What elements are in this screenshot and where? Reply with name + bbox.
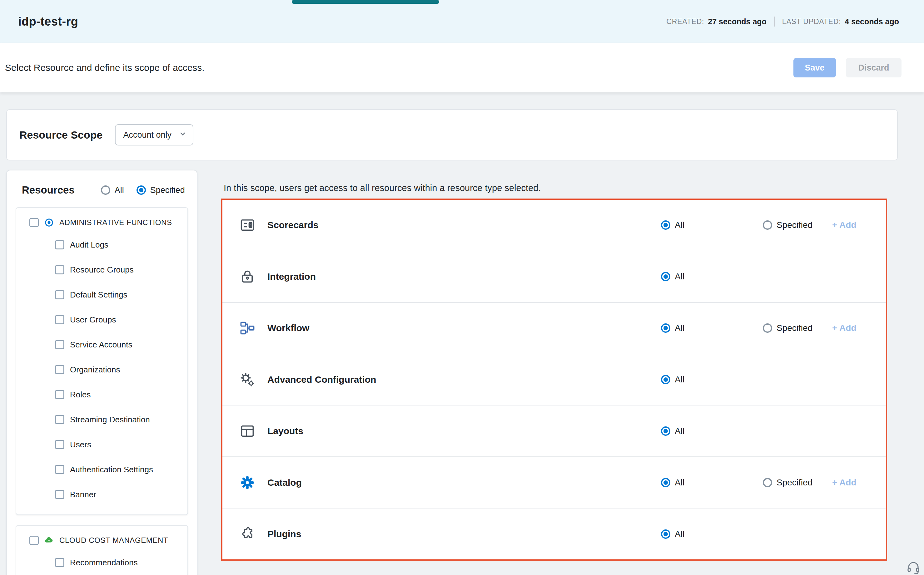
plugins-icon: [239, 526, 255, 542]
header-meta: CREATED: 27 seconds ago LAST UPDATED: 4 …: [666, 17, 899, 27]
created-value: 27 seconds ago: [708, 17, 766, 26]
item-checkbox[interactable]: [55, 558, 64, 567]
resource-item[interactable]: Resource Groups: [16, 257, 187, 282]
resource-item[interactable]: Roles: [16, 382, 187, 407]
item-checkbox[interactable]: [55, 265, 64, 275]
resource-type-row: Integration All: [222, 251, 886, 303]
created-label: CREATED:: [666, 17, 704, 26]
resources-panel: Resources All Specified ADMINISTRATIVE F…: [6, 170, 198, 575]
add-button[interactable]: + Add: [832, 220, 857, 230]
all-option[interactable]: All: [661, 272, 684, 281]
item-label: Users: [70, 440, 91, 450]
scope-description: In this scope, users get access to all r…: [224, 183, 541, 193]
specified-option[interactable]: Specified: [763, 323, 812, 333]
all-option[interactable]: All: [661, 426, 684, 436]
admin-functions-icon: [45, 218, 54, 227]
resource-scope-selected: Account only: [123, 130, 172, 140]
item-label: Organizations: [70, 365, 120, 375]
support-icon[interactable]: [906, 560, 921, 575]
specified-radio[interactable]: [763, 478, 772, 487]
resource-item[interactable]: Organizations: [16, 357, 187, 382]
resource-item[interactable]: Authentication Settings: [16, 457, 187, 482]
resources-specified-option[interactable]: Specified: [137, 186, 185, 195]
resource-group-header[interactable]: CLOUD COST MANAGEMENT: [16, 533, 187, 550]
all-radio[interactable]: [661, 375, 670, 384]
all-radio[interactable]: [661, 221, 670, 230]
item-checkbox[interactable]: [55, 315, 64, 324]
group-checkbox[interactable]: [29, 536, 39, 545]
specified-radio[interactable]: [763, 221, 772, 230]
page-title: idp-test-rg: [18, 15, 78, 29]
all-radio[interactable]: [661, 478, 670, 487]
resource-type-list: Scorecards All Specified + Add Integrati…: [221, 199, 887, 561]
specified-label: Specified: [777, 220, 812, 230]
all-option[interactable]: All: [661, 220, 684, 230]
resource-type-row: Workflow All Specified + Add: [222, 303, 886, 354]
resource-item[interactable]: Banner: [16, 482, 187, 507]
item-label: Roles: [70, 390, 91, 400]
resources-specified-radio[interactable]: [137, 186, 146, 195]
resource-item[interactable]: Default Settings: [16, 282, 187, 307]
cloud-cost-icon: [45, 536, 54, 545]
resource-item[interactable]: Users: [16, 432, 187, 457]
resource-group: ADMINISTRATIVE FUNCTIONS Audit Logs Reso…: [16, 207, 188, 515]
item-label: Recommendations: [70, 558, 138, 567]
all-label: All: [675, 426, 684, 436]
add-button[interactable]: + Add: [832, 478, 857, 488]
group-label: ADMINISTRATIVE FUNCTIONS: [59, 218, 172, 227]
layouts-icon: [239, 423, 255, 439]
item-checkbox[interactable]: [55, 490, 64, 499]
all-option[interactable]: All: [661, 323, 684, 333]
add-button[interactable]: + Add: [832, 323, 857, 333]
group-items: Recommendations: [16, 550, 187, 575]
all-radio[interactable]: [661, 323, 670, 333]
resource-item[interactable]: User Groups: [16, 307, 187, 332]
resource-scope-label: Resource Scope: [19, 129, 102, 141]
resource-type-name: Plugins: [268, 529, 301, 539]
specified-option[interactable]: Specified: [763, 478, 812, 488]
resource-item[interactable]: Recommendations: [16, 550, 187, 575]
item-checkbox[interactable]: [55, 465, 64, 474]
item-checkbox[interactable]: [55, 290, 64, 299]
resources-panel-header: Resources All Specified: [16, 182, 188, 207]
save-button[interactable]: Save: [793, 58, 836, 78]
all-option[interactable]: All: [661, 478, 684, 488]
item-checkbox[interactable]: [55, 240, 64, 249]
resource-type-row: Scorecards All Specified + Add: [222, 200, 886, 251]
item-checkbox[interactable]: [55, 440, 64, 449]
item-checkbox[interactable]: [55, 365, 64, 374]
resource-item[interactable]: Service Accounts: [16, 332, 187, 357]
resources-all-radio[interactable]: [101, 186, 110, 195]
item-checkbox[interactable]: [55, 340, 64, 349]
resource-type-row: Advanced Configuration All: [222, 354, 886, 406]
resources-all-option[interactable]: All: [101, 186, 124, 195]
resource-item[interactable]: Streaming Destination: [16, 407, 187, 432]
all-label: All: [675, 323, 684, 333]
specified-option[interactable]: Specified: [763, 220, 812, 230]
specified-radio[interactable]: [763, 323, 772, 333]
specified-label: Specified: [777, 478, 812, 488]
group-checkbox[interactable]: [29, 218, 39, 227]
all-radio[interactable]: [661, 272, 670, 281]
all-label: All: [675, 529, 684, 539]
all-option[interactable]: All: [661, 529, 684, 539]
resource-type-name: Layouts: [268, 426, 303, 437]
discard-button[interactable]: Discard: [846, 58, 902, 78]
all-radio[interactable]: [661, 426, 670, 436]
resource-type-name: Catalog: [268, 477, 302, 488]
item-checkbox[interactable]: [55, 415, 64, 424]
all-radio[interactable]: [661, 529, 670, 539]
item-label: Banner: [70, 490, 96, 499]
resource-type-row: Catalog All Specified + Add: [222, 457, 886, 508]
item-checkbox[interactable]: [55, 390, 64, 399]
all-option[interactable]: All: [661, 375, 684, 384]
resource-group-page: idp-test-rg CREATED: 27 seconds ago LAST…: [0, 0, 924, 575]
resource-item[interactable]: Audit Logs: [16, 232, 187, 257]
all-label: All: [675, 220, 684, 230]
advanced-configuration-icon: [239, 372, 255, 388]
all-label: All: [675, 272, 684, 281]
resource-scope-card: Resource Scope Account only: [6, 109, 898, 160]
resource-scope-dropdown[interactable]: Account only: [115, 124, 193, 146]
toolbar-actions: Save Discard: [793, 58, 902, 78]
resource-group-header[interactable]: ADMINISTRATIVE FUNCTIONS: [16, 215, 187, 232]
